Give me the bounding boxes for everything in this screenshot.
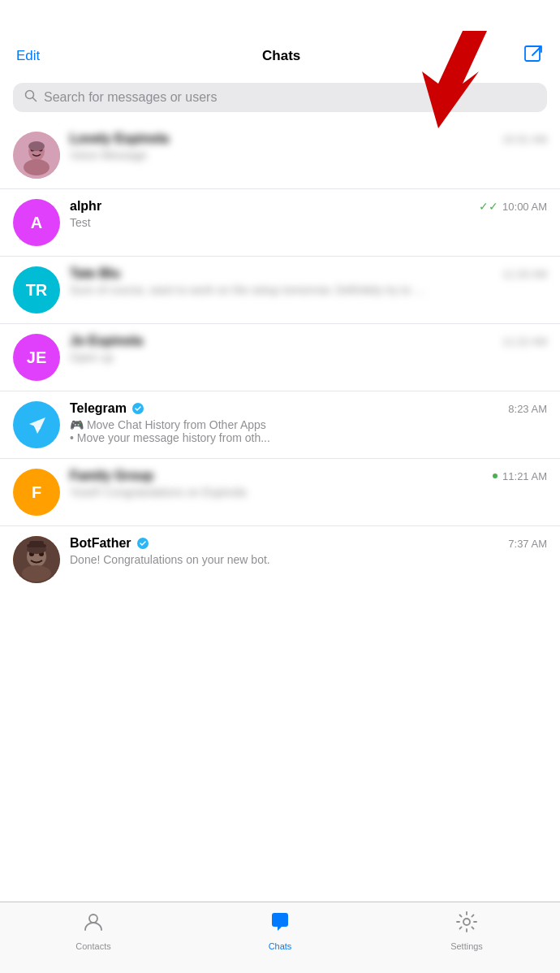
- avatar: TR: [13, 266, 60, 314]
- compose-button[interactable]: [523, 44, 544, 68]
- tab-bar: Contacts Chats Settings: [0, 902, 560, 973]
- chat-time: 11:21 AM: [491, 470, 547, 482]
- chat-name: alphr: [70, 199, 101, 214]
- list-item[interactable]: BotFather 7:37 AM Done! Congratulations …: [0, 526, 560, 593]
- svg-rect-17: [29, 541, 44, 546]
- chat-content: Lovely Espinola 10:31 AM Voice Message: [70, 132, 547, 162]
- search-placeholder-text: Search for messages or users: [44, 90, 217, 105]
- tab-contacts-label: Contacts: [75, 941, 110, 951]
- chat-content: Tate Blu 11:33 AM Sure of course, want t…: [70, 266, 547, 296]
- chat-content: Jo Espinola 11:22 AM Open up: [70, 334, 547, 364]
- svg-rect-0: [525, 46, 540, 61]
- chat-time: 7:37 AM: [508, 538, 547, 550]
- list-item[interactable]: JE Jo Espinola 11:22 AM Open up: [0, 324, 560, 391]
- chat-top-row: alphr ✓✓ 10:00 AM: [70, 199, 547, 214]
- tab-chats-label: Chats: [269, 941, 292, 951]
- search-bar[interactable]: Search for messages or users: [13, 83, 547, 112]
- svg-point-12: [22, 565, 51, 582]
- chat-content: alphr ✓✓ 10:00 AM Test: [70, 199, 547, 229]
- avatar: JE: [13, 334, 60, 381]
- chat-preview: Voice Message: [70, 149, 427, 162]
- chat-preview: Sure of course, want to work on the setu…: [70, 283, 427, 296]
- chat-name: Jo Espinola: [70, 334, 143, 348]
- chat-top-row: Lovely Espinola 10:31 AM: [70, 132, 547, 146]
- avatar: F: [13, 469, 60, 516]
- svg-point-22: [463, 919, 470, 925]
- edit-button[interactable]: Edit: [16, 48, 40, 64]
- time-text: 11:21 AM: [502, 470, 547, 482]
- double-check-icon: ✓✓: [479, 200, 498, 213]
- tab-settings-label: Settings: [450, 941, 483, 951]
- svg-point-8: [28, 141, 45, 151]
- search-icon: [24, 89, 37, 106]
- tab-settings[interactable]: Settings: [373, 910, 560, 951]
- list-item[interactable]: F Family Group 11:21 AM Yosef! Congratul…: [0, 459, 560, 526]
- avatar-initials: F: [32, 483, 41, 502]
- svg-line-2: [33, 98, 37, 102]
- chat-content: Telegram 8:23 AM 🎮 Move Chat History fro…: [70, 401, 547, 444]
- contacts-icon: [82, 910, 105, 939]
- svg-point-5: [24, 159, 50, 175]
- avatar: [13, 536, 60, 583]
- avatar: A: [13, 199, 60, 246]
- avatar-initials: TR: [26, 281, 48, 300]
- chat-preview: Test: [70, 216, 427, 229]
- chat-preview: Yosef! Congratulations on Espinola: [70, 486, 427, 499]
- chat-preview: Open up: [70, 351, 427, 364]
- tab-chats[interactable]: Chats: [187, 910, 373, 951]
- chat-name: Family Group: [70, 469, 153, 483]
- chat-preview: Done! Congratulations on your new bot.: [70, 553, 427, 566]
- chat-top-row: Tate Blu 11:33 AM: [70, 266, 547, 281]
- chat-top-row: Telegram 8:23 AM: [70, 401, 547, 416]
- chat-time: 11:33 AM: [502, 268, 547, 280]
- list-item[interactable]: Lovely Espinola 10:31 AM Voice Message: [0, 122, 560, 189]
- time-text: 10:00 AM: [502, 201, 547, 213]
- page-title: Chats: [262, 48, 300, 64]
- list-item[interactable]: Telegram 8:23 AM 🎮 Move Chat History fro…: [0, 391, 560, 459]
- tab-contacts[interactable]: Contacts: [0, 910, 187, 951]
- chat-top-row: Jo Espinola 11:22 AM: [70, 334, 547, 348]
- chat-time: ✓✓ 10:00 AM: [479, 200, 547, 213]
- chat-time: 11:22 AM: [502, 335, 547, 348]
- header: Edit Chats: [0, 0, 560, 78]
- online-indicator: [491, 472, 499, 480]
- svg-point-21: [89, 915, 97, 923]
- avatar-initials: JE: [27, 348, 46, 367]
- chat-content: Family Group 11:21 AM Yosef! Congratulat…: [70, 469, 547, 499]
- chat-top-row: Family Group 11:21 AM: [70, 469, 547, 483]
- chat-content: BotFather 7:37 AM Done! Congratulations …: [70, 536, 547, 566]
- list-item[interactable]: TR Tate Blu 11:33 AM Sure of course, wan…: [0, 257, 560, 324]
- chat-time: 8:23 AM: [508, 403, 547, 415]
- chats-icon: [269, 910, 291, 939]
- search-bar-section: Search for messages or users: [0, 78, 560, 122]
- avatar: [13, 132, 60, 179]
- chat-name: BotFather: [70, 536, 149, 551]
- avatar: [13, 401, 60, 448]
- chat-name: Tate Blu: [70, 266, 120, 281]
- avatar-initials: A: [31, 214, 42, 232]
- chat-top-row: BotFather 7:37 AM: [70, 536, 547, 551]
- chat-name: Lovely Espinola: [70, 132, 169, 146]
- settings-icon: [455, 910, 478, 939]
- chat-list: Lovely Espinola 10:31 AM Voice Message A…: [0, 122, 560, 593]
- chat-preview: 🎮 Move Chat History from Other Apps• Mov…: [70, 418, 427, 444]
- chat-name: Telegram: [70, 401, 144, 416]
- list-item[interactable]: A alphr ✓✓ 10:00 AM Test: [0, 189, 560, 257]
- chat-time: 10:31 AM: [502, 133, 547, 145]
